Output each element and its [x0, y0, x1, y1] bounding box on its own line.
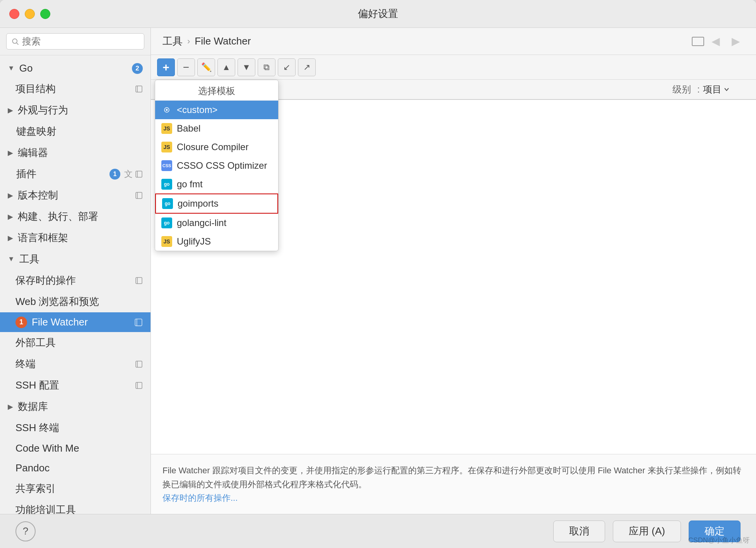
- term-sync-icon: [135, 360, 143, 368]
- apply-button[interactable]: 应用 (A): [613, 521, 681, 542]
- up-button[interactable]: ▲: [217, 58, 235, 76]
- dropdown-item-gofmt[interactable]: go go fmt: [155, 175, 278, 194]
- sidebar-item-build-run[interactable]: ▶ 构建、执行、部署: [0, 206, 151, 227]
- sidebar-item-go-label: Go: [19, 62, 33, 74]
- footer: ? 取消 应用 (A) 确定: [0, 514, 756, 548]
- sidebar-item-version-control-label: 版本控制: [18, 188, 58, 202]
- golangci-icon: go: [161, 217, 172, 228]
- sidebar-item-editor-label: 编辑器: [18, 146, 48, 159]
- sidebar-item-ssh-terminal[interactable]: SSH 终端: [0, 417, 151, 438]
- template-dropdown: 选择模板 <custom> JS Babel: [155, 80, 279, 251]
- expand-arrow-editor: ▶: [8, 149, 13, 157]
- sidebar-item-pandoc-label: Pandoc: [15, 462, 50, 474]
- expand-arrow-lang: ▶: [8, 234, 13, 242]
- search-input-wrap[interactable]: [6, 33, 144, 50]
- dropdown-item-csso[interactable]: CSS CSSO CSS Optimizer: [155, 156, 278, 175]
- svg-rect-10: [135, 319, 142, 326]
- copy-button[interactable]: ⧉: [258, 58, 275, 76]
- add-button[interactable]: +: [157, 58, 175, 76]
- sidebar-item-ssh-config[interactable]: SSH 配置: [0, 375, 151, 396]
- sidebar-item-database-label: 数据库: [18, 400, 48, 413]
- dropdown-item-csso-label: CSSO CSS Optimizer: [177, 160, 267, 171]
- search-input[interactable]: [22, 36, 139, 47]
- vc-sync-icon: [135, 192, 143, 199]
- sa-sync-icon: [135, 277, 143, 284]
- sidebar-item-external-tools[interactable]: 外部工具: [0, 332, 151, 353]
- uglify-icon: JS: [161, 236, 172, 247]
- dropdown-item-goimports-label: goimports: [178, 198, 218, 209]
- sidebar-item-lang-framework-label: 语言和框架: [18, 231, 68, 245]
- sidebar-item-project-structure[interactable]: 项目结构: [0, 78, 151, 99]
- level-dropdown[interactable]: 项目: [703, 83, 730, 96]
- sidebar-item-ssh-terminal-label: SSH 终端: [15, 421, 59, 435]
- expand-arrow-appearance: ▶: [8, 106, 13, 115]
- sidebar-list: ▼ Go 2 项目结构 ▶: [0, 55, 151, 514]
- sidebar-item-database[interactable]: ▶ 数据库: [0, 396, 151, 417]
- dropdown-item-custom[interactable]: <custom>: [155, 101, 278, 119]
- sidebar-item-project-structure-label: 项目结构: [15, 82, 56, 96]
- dropdown-item-babel[interactable]: JS Babel: [155, 119, 278, 138]
- sidebar-item-shared-index[interactable]: 共享索引: [0, 478, 151, 499]
- sidebar-item-terminal[interactable]: 终端: [0, 353, 151, 375]
- sidebar-item-pandoc[interactable]: Pandoc: [0, 458, 151, 478]
- help-button[interactable]: ?: [15, 521, 36, 541]
- custom-icon-svg: [164, 107, 170, 113]
- maximize-button[interactable]: [40, 9, 50, 19]
- edit-button[interactable]: ✏️: [197, 58, 215, 76]
- sidebar-item-go[interactable]: ▼ Go 2: [0, 58, 151, 78]
- toolbar: + − ✏️ ▲ ▼ ⧉ ↙: [151, 55, 756, 80]
- dropdown-item-uglify[interactable]: JS UglifyJS: [155, 232, 278, 251]
- dropdown-title: 选择模板: [155, 80, 278, 101]
- minimize-button[interactable]: [25, 9, 35, 19]
- sidebar-item-code-with-me[interactable]: Code With Me: [0, 438, 151, 458]
- cancel-button[interactable]: 取消: [553, 521, 605, 542]
- dropdown-item-golangci-label: golangci-lint: [177, 217, 226, 228]
- fw-icons: [134, 318, 143, 327]
- level-dropdown-arrow: [723, 86, 730, 93]
- window: 偏好设置 ▼ Go: [0, 0, 756, 548]
- collapse-icon[interactable]: [692, 37, 704, 46]
- sidebar-item-file-watcher[interactable]: 1 File Watcher: [0, 312, 151, 332]
- sidebar-item-tools[interactable]: ▼ 工具: [0, 248, 151, 270]
- expand-arrow-tools: ▼: [8, 255, 15, 263]
- svg-rect-8: [136, 277, 142, 284]
- sidebar-item-keymap[interactable]: 键盘映射: [0, 121, 151, 142]
- dropdown-item-golangci[interactable]: go golangci-lint: [155, 214, 278, 232]
- breadcrumb: 工具 › File Watcher: [162, 34, 687, 48]
- sidebar-item-lang-framework[interactable]: ▶ 语言和框架: [0, 227, 151, 248]
- sidebar-item-plugins[interactable]: 插件 1 文: [0, 163, 151, 185]
- bottom-description: File Watcher 跟踪对项目文件的变更，并使用指定的形参运行配置的第三方…: [162, 464, 744, 491]
- sidebar-item-version-control[interactable]: ▶ 版本控制: [0, 185, 151, 206]
- back-button[interactable]: ◀: [707, 33, 724, 50]
- sidebar-item-save-actions[interactable]: 保存时的操作: [0, 270, 151, 291]
- sidebar-item-feature-training[interactable]: 功能培训工具: [0, 499, 151, 514]
- breadcrumb-current: File Watcher: [195, 35, 251, 47]
- sidebar-item-appearance[interactable]: ▶ 外观与行为: [0, 99, 151, 121]
- expand-arrow-db: ▶: [8, 402, 13, 411]
- sidebar-item-editor[interactable]: ▶ 编辑器: [0, 142, 151, 163]
- svg-rect-2: [136, 86, 142, 92]
- dropdown-item-babel-label: Babel: [177, 123, 200, 134]
- main-content: ▼ Go 2 项目结构 ▶: [0, 28, 756, 514]
- breadcrumb-separator: ›: [187, 36, 190, 46]
- remove-button[interactable]: −: [177, 58, 195, 76]
- col-level-header: 级别 : 项目: [672, 83, 750, 96]
- forward-button[interactable]: ▶: [727, 33, 744, 50]
- gofmt-icon: go: [161, 179, 172, 190]
- sidebar-item-web-browser[interactable]: Web 浏览器和预览: [0, 291, 151, 312]
- import-button[interactable]: ↙: [278, 58, 296, 76]
- svg-rect-12: [136, 361, 142, 367]
- dropdown-item-closure[interactable]: JS Closure Compiler: [155, 138, 278, 156]
- down-button[interactable]: ▼: [238, 58, 255, 76]
- bottom-link[interactable]: 保存时的所有操作...: [162, 493, 238, 503]
- sidebar-item-ssh-config-label: SSH 配置: [15, 378, 59, 392]
- svg-point-0: [12, 39, 17, 43]
- window-title: 偏好设置: [358, 7, 398, 21]
- dropdown-item-custom-label: <custom>: [177, 104, 217, 115]
- dropdown-item-goimports[interactable]: go goimports: [155, 194, 278, 214]
- export-button[interactable]: ↗: [298, 58, 316, 76]
- plugins-translate-icon: 文: [124, 168, 133, 180]
- sidebar-item-tools-label: 工具: [19, 252, 39, 266]
- traffic-lights: [9, 9, 50, 19]
- close-button[interactable]: [9, 9, 19, 19]
